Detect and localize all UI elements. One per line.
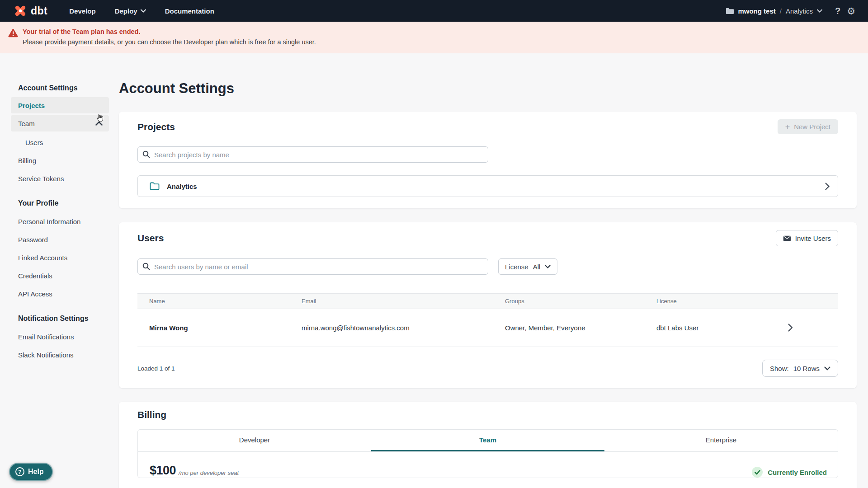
- help-question-icon[interactable]: ?: [835, 6, 840, 15]
- user-groups: Owner, Member, Everyone: [505, 324, 656, 332]
- dbt-logo-icon: [14, 4, 27, 18]
- chevron-down-icon: [545, 265, 551, 269]
- chevron-down-icon: [141, 9, 146, 13]
- sidebar-heading-notification-settings: Notification Settings: [11, 314, 109, 323]
- primary-nav: Develop Deploy Documentation: [69, 7, 214, 15]
- sidebar-item-email-notifications[interactable]: Email Notifications: [11, 328, 109, 346]
- plus-icon: +: [785, 123, 790, 131]
- column-header-email: Email: [302, 298, 505, 305]
- currently-enrolled-badge: Currently Enrolled: [752, 467, 827, 478]
- check-circle-icon: [752, 467, 763, 478]
- plan-price-suffix: /mo per developer seat: [179, 469, 239, 476]
- sidebar-item-team[interactable]: Team: [11, 115, 109, 131]
- sidebar-item-api-access[interactable]: API Access: [11, 285, 109, 303]
- users-table-header: Name Email Groups License: [137, 294, 838, 309]
- loaded-count-text: Loaded 1 of 1: [137, 365, 175, 372]
- folder-icon: [726, 8, 734, 14]
- invite-users-button[interactable]: Invite Users: [776, 230, 838, 246]
- account-name: mwong test: [738, 7, 775, 15]
- chevron-right-icon: [825, 183, 830, 190]
- column-header-name: Name: [137, 298, 302, 305]
- new-project-button[interactable]: + New Project: [778, 119, 838, 134]
- billing-plans-box: Developer Team Enterprise $100 /mo per d…: [137, 429, 838, 478]
- chevron-up-icon: [95, 121, 103, 126]
- page-title: Account Settings: [119, 80, 857, 97]
- sidebar-item-password[interactable]: Password: [11, 230, 109, 249]
- column-header-license: License: [656, 298, 838, 305]
- sidebar-heading-your-profile: Your Profile: [11, 199, 109, 207]
- nav-item-documentation[interactable]: Documentation: [165, 7, 214, 15]
- search-icon: [142, 150, 150, 158]
- billing-card: Billing Developer Team Enterprise $100 /…: [119, 402, 857, 488]
- help-button[interactable]: ? Help: [9, 463, 53, 481]
- sidebar-item-projects[interactable]: Projects: [11, 97, 109, 113]
- dbt-logo[interactable]: dbt: [14, 4, 47, 18]
- sidebar-item-credentials[interactable]: Credentials: [11, 267, 109, 285]
- projects-search: [137, 146, 488, 163]
- users-card: Users Invite Users License All: [119, 222, 857, 388]
- envelope-icon: [783, 235, 791, 241]
- sidebar-item-personal-information[interactable]: Personal Information: [11, 212, 109, 230]
- projects-search-input[interactable]: [137, 146, 488, 163]
- sidebar-item-users[interactable]: Users: [11, 133, 109, 151]
- sidebar-item-billing[interactable]: Billing: [11, 151, 109, 169]
- billing-heading: Billing: [137, 409, 838, 420]
- plan-price: $100: [150, 464, 176, 478]
- users-table: Name Email Groups License Mirna Wong mir…: [137, 293, 838, 347]
- question-circle-icon: ?: [15, 467, 24, 476]
- search-icon: [142, 263, 150, 270]
- tab-developer[interactable]: Developer: [138, 430, 371, 451]
- chevron-right-icon: [788, 324, 793, 332]
- sidebar-heading-account-settings: Account Settings: [11, 84, 109, 92]
- project-name: Analytics: [786, 7, 813, 15]
- warning-triangle-icon: [8, 28, 18, 38]
- plan-tabs: Developer Team Enterprise: [138, 430, 838, 452]
- users-search-input[interactable]: [137, 258, 488, 275]
- trial-ended-banner: Your trial of the Team plan has ended. P…: [0, 22, 868, 53]
- nav-item-deploy[interactable]: Deploy: [115, 7, 146, 15]
- license-filter-dropdown[interactable]: License All: [498, 258, 557, 275]
- account-project-breadcrumb[interactable]: mwong test / Analytics: [726, 7, 822, 15]
- dbt-logo-text: dbt: [31, 5, 47, 17]
- users-search: [137, 258, 488, 275]
- nav-item-develop[interactable]: Develop: [69, 7, 95, 15]
- chevron-down-icon: [824, 366, 830, 371]
- banner-title: Your trial of the Team plan has ended.: [23, 27, 316, 37]
- project-row-analytics[interactable]: Analytics: [137, 175, 838, 197]
- table-row[interactable]: Mirna Wong mirna.wong@fishtownanalytics.…: [137, 309, 838, 347]
- folder-icon: [150, 182, 160, 190]
- project-name: Analytics: [167, 183, 197, 190]
- settings-sidebar: Account Settings Projects Team Users Bil…: [11, 53, 109, 488]
- gear-icon[interactable]: ⚙: [847, 6, 855, 16]
- column-header-groups: Groups: [505, 298, 656, 305]
- top-navbar: dbt Develop Deploy Documentation mwong t…: [0, 0, 868, 22]
- user-email: mirna.wong@fishtownanalytics.com: [302, 324, 505, 332]
- sidebar-item-linked-accounts[interactable]: Linked Accounts: [11, 249, 109, 267]
- user-license: dbt Labs User: [656, 324, 838, 332]
- users-heading: Users: [137, 233, 164, 244]
- breadcrumb-separator: /: [780, 7, 782, 15]
- sidebar-item-service-tokens[interactable]: Service Tokens: [11, 169, 109, 188]
- show-rows-dropdown[interactable]: Show: 10 Rows: [762, 360, 838, 377]
- provide-payment-details-link[interactable]: provide payment details: [44, 38, 113, 46]
- banner-body: Please provide payment details, or you c…: [23, 37, 316, 48]
- projects-card: Projects + New Project Analytics: [119, 112, 857, 208]
- tab-team[interactable]: Team: [371, 430, 604, 451]
- chevron-down-icon: [817, 9, 822, 13]
- sidebar-item-slack-notifications[interactable]: Slack Notifications: [11, 346, 109, 364]
- projects-heading: Projects: [137, 122, 175, 132]
- tab-enterprise[interactable]: Enterprise: [604, 430, 838, 451]
- user-name: Mirna Wong: [137, 324, 302, 332]
